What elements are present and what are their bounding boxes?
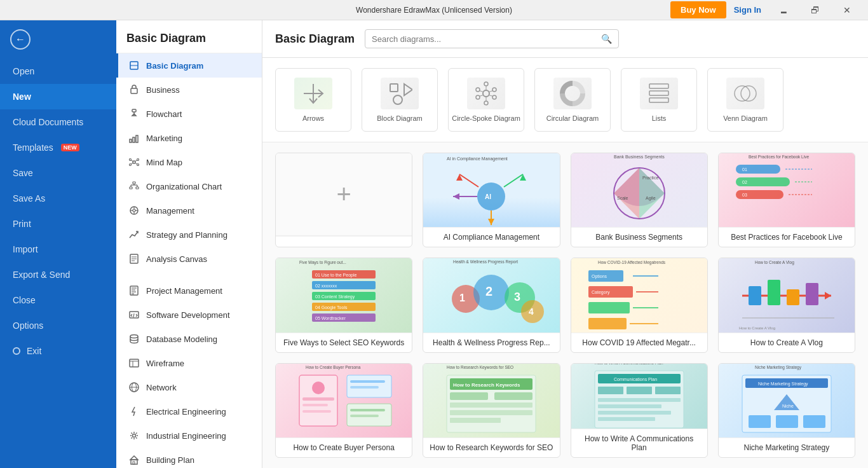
diagram-type-lists[interactable]: Lists	[621, 68, 697, 132]
svg-text:How to Create Buyer Persona: How to Create Buyer Persona	[306, 365, 361, 370]
diagram-type-block[interactable]: Block Diagram	[362, 68, 438, 132]
sidebar-item-new[interactable]: New	[0, 84, 116, 109]
sidebar-item-analysis[interactable]: Analysis Canvas	[116, 247, 262, 271]
sign-in-link[interactable]: Sign In	[729, 5, 766, 15]
sidebar-item-marketing[interactable]: Marketing	[116, 126, 262, 150]
buy-now-button[interactable]: Buy Now	[670, 1, 726, 18]
vlog-preview: How to Create A Vlog How to Create A Vlo…	[719, 258, 855, 332]
diagram-type-arrows[interactable]: Arrows	[275, 68, 351, 132]
svg-line-15	[135, 160, 138, 162]
back-button[interactable]: ←	[0, 20, 116, 59]
sidebar-item-options[interactable]: Options	[0, 313, 116, 338]
vlog-label: How to Create A Vlog	[719, 333, 855, 352]
sidebar-item-import-label: Import	[13, 244, 38, 254]
svg-marker-50	[130, 456, 138, 460]
svg-point-26	[133, 209, 135, 212]
template-comms-plan[interactable]: How to Write A Communications Plan Commu…	[571, 363, 708, 458]
software-dev-label: Software Development	[146, 310, 230, 320]
svg-line-17	[135, 163, 138, 165]
sidebar-item-wireframe[interactable]: Wireframe	[116, 351, 262, 375]
sidebar-item-basic-diagram[interactable]: Basic Diagram	[116, 53, 262, 78]
svg-text:Five Ways to Figure out...: Five Ways to Figure out...	[299, 260, 346, 265]
svg-rect-184	[749, 415, 771, 428]
svg-rect-171	[598, 387, 623, 394]
main-header: Basic Diagram 🔍	[262, 20, 868, 58]
network-icon	[128, 382, 140, 393]
software-dev-icon	[128, 309, 140, 320]
template-ai-compliance[interactable]: AI in Compliance Management AI AI Compli…	[423, 153, 560, 247]
close-button[interactable]: ✕	[832, 0, 862, 20]
new-blank-label	[276, 236, 412, 247]
sidebar-item-save[interactable]: Save	[0, 160, 116, 186]
management-icon	[128, 205, 140, 216]
template-vlog[interactable]: How to Create A Vlog How to Create A Vlo…	[718, 258, 855, 352]
sidebar-item-export[interactable]: Export & Send	[0, 262, 116, 287]
sidebar-item-software-dev[interactable]: Software Development	[116, 303, 262, 327]
diagram-type-circle-spoke[interactable]: Circle-Spoke Diagram	[448, 68, 524, 132]
svg-text:How to Create A Vlog: How to Create A Vlog	[755, 260, 794, 265]
sidebar-item-mind-map[interactable]: Mind Map	[116, 150, 262, 174]
template-buyer-persona[interactable]: How to Create Buyer Persona H	[275, 363, 412, 458]
sidebar-item-print-label: Print	[13, 219, 31, 229]
svg-text:Bank Business Segments: Bank Business Segments	[614, 155, 665, 160]
svg-text:2: 2	[485, 284, 492, 298]
maximize-button[interactable]: 🗗	[801, 0, 830, 20]
sidebar-item-network[interactable]: Network	[116, 375, 262, 399]
sidebar-item-management[interactable]: Management	[116, 198, 262, 223]
sidebar-item-building[interactable]: Building Plan	[116, 448, 262, 468]
org-chart-icon	[128, 181, 140, 192]
industrial-label: Industrial Engineering	[146, 431, 226, 441]
svg-line-70	[480, 91, 484, 92]
svg-rect-75	[649, 84, 668, 88]
minimize-button[interactable]: 🗕	[769, 0, 798, 20]
sidebar-item-import[interactable]: Import	[0, 237, 116, 262]
template-covid[interactable]: How COVID-19 Affected Megatrends Options…	[571, 258, 708, 352]
template-niche-marketing[interactable]: Niche Marketing Strategy Niche Marketing…	[718, 363, 855, 458]
template-new-blank[interactable]: +	[275, 153, 412, 247]
sidebar-item-strategy[interactable]: Strategy and Planning	[116, 223, 262, 247]
svg-point-61	[492, 95, 496, 99]
diagram-type-circular[interactable]: Circular Diagram	[534, 68, 611, 132]
template-research-keywords[interactable]: How to Research Keywords for SEO How to …	[423, 363, 560, 458]
sidebar-item-exit[interactable]: Exit	[0, 338, 116, 364]
template-health-wellness[interactable]: Health & Wellness Progress Report 1 2 3 …	[423, 258, 560, 352]
sidebar-item-save-label: Save	[13, 168, 33, 178]
sidebar-item-database[interactable]: Database Modeling	[116, 327, 262, 351]
sidebar-item-print[interactable]: Print	[0, 211, 116, 237]
sidebar-item-industrial[interactable]: Industrial Engineering	[116, 423, 262, 448]
health-wellness-preview: Health & Wellness Progress Report 1 2 3 …	[423, 258, 559, 332]
business-label: Business	[146, 85, 180, 95]
svg-marker-56	[404, 84, 412, 95]
sidebar-item-save-as[interactable]: Save As	[0, 186, 116, 211]
sidebar-item-project-mgmt[interactable]: Project Management	[116, 279, 262, 303]
sidebar-item-flowchart[interactable]: Flowchart	[116, 102, 262, 126]
sidebar-item-close[interactable]: Close	[0, 287, 116, 313]
sidebar-item-electrical[interactable]: Electrical Engineering	[116, 399, 262, 423]
svg-marker-88	[488, 219, 494, 225]
svg-rect-43	[130, 359, 139, 367]
sidebar-item-cloud[interactable]: Cloud Documents	[0, 109, 116, 135]
project-mgmt-label: Project Management	[146, 286, 222, 296]
sidebar-item-org-chart[interactable]: Organizational Chart	[116, 174, 262, 198]
sidebar-item-open[interactable]: Open	[0, 59, 116, 84]
template-bank-segments[interactable]: Bank Business Segments Practice Agile Sc…	[571, 153, 708, 247]
sidebar-secondary: Basic Diagram Basic Diagram Business Flo…	[116, 20, 262, 468]
sidebar-item-templates[interactable]: Templates NEW	[0, 135, 116, 160]
svg-text:Agile: Agile	[646, 196, 656, 201]
bank-segments-preview: Bank Business Segments Practice Agile Sc…	[571, 153, 707, 227]
svg-rect-7	[133, 137, 135, 142]
facebook-live-preview: Best Practices for Facebook Live 01 02 0…	[719, 153, 855, 227]
diagram-type-venn[interactable]: Venn Diagram	[707, 68, 783, 132]
sidebar-item-business[interactable]: Business	[116, 78, 262, 102]
svg-line-67	[489, 95, 492, 97]
svg-text:1: 1	[459, 292, 465, 303]
template-facebook-live[interactable]: Best Practices for Facebook Live 01 02 0…	[718, 153, 855, 247]
template-seo-keywords[interactable]: Five Ways to Figure out... 01 Use to the…	[275, 258, 412, 352]
sidebar-item-close-label: Close	[13, 295, 36, 305]
search-input[interactable]	[372, 34, 601, 44]
svg-rect-142	[787, 289, 799, 305]
sidebar-left: ← Open New Cloud Documents Templates NEW…	[0, 20, 116, 468]
svg-text:How COVID-19 Affected Megatren: How COVID-19 Affected Megatrends	[598, 260, 666, 265]
svg-text:How to Create A Vlog: How to Create A Vlog	[739, 326, 775, 330]
research-keywords-label: How to Research Keywords for SEO	[423, 437, 559, 457]
